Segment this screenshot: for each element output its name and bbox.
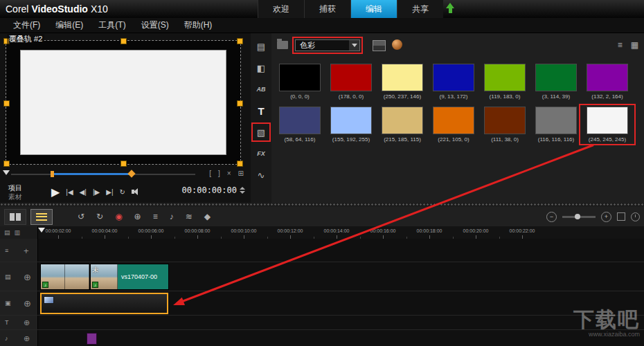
overlay-track-button[interactable]: ⊕	[24, 298, 31, 309]
volume-icon[interactable]	[132, 188, 141, 196]
tab-share[interactable]: 共享	[397, 0, 443, 18]
mark-out-button[interactable]: ]	[218, 170, 220, 177]
selection-handle[interactable]	[237, 161, 243, 167]
end-button[interactable]: ▶|	[106, 188, 113, 196]
mode-project-label[interactable]: 项目	[8, 183, 22, 192]
trim-bar: []×⊞	[0, 169, 251, 179]
split-clip-button[interactable]: ×	[227, 170, 231, 177]
undo-button[interactable]: ↺	[78, 212, 84, 221]
ruler-timecode: 00:00:14:00	[324, 228, 350, 233]
filter-icon[interactable]: FX	[253, 145, 269, 162]
color-swatch[interactable]: (178, 0, 0)	[325, 64, 377, 100]
track-list-icon[interactable]: ▤	[4, 229, 10, 236]
selection-handle[interactable]	[120, 38, 127, 44]
playhead-marker[interactable]	[38, 228, 45, 233]
color-swatch[interactable]: (119, 183, 0)	[479, 64, 530, 100]
sound-mixer-button[interactable]: ≡	[153, 212, 158, 221]
video-track-button[interactable]: ⊕	[24, 271, 31, 282]
zoom-slider-knob[interactable]	[575, 214, 580, 219]
mark-in-button[interactable]: [	[209, 170, 211, 177]
trim-end-handle[interactable]	[127, 170, 135, 177]
fit-timeline-icon[interactable]	[617, 212, 625, 221]
timecode-stepper[interactable]	[240, 187, 245, 194]
video-clip-1[interactable]: ♪	[40, 264, 90, 290]
motion-path-icon[interactable]: ∿	[253, 167, 269, 183]
record-capture-button[interactable]: ◉	[115, 212, 122, 221]
overlay-color-clip-selected[interactable]	[40, 293, 168, 314]
menu-edit[interactable]: 编辑(E)	[49, 18, 89, 33]
scrub-marker-icon[interactable]	[3, 170, 10, 175]
color-swatch[interactable]: (58, 64, 116)	[274, 107, 325, 143]
color-swatch[interactable]: (0, 0, 0)	[274, 64, 325, 100]
title-icon[interactable]: T	[253, 102, 269, 119]
transition-icon[interactable]: ◧	[253, 60, 269, 76]
media-icon[interactable]: ▤	[253, 38, 269, 55]
chapter-button[interactable]: ◆	[204, 212, 211, 221]
color-swatch[interactable]: (3, 114, 39)	[530, 64, 582, 100]
tab-edit[interactable]: 编辑	[350, 0, 397, 18]
subtitle-icon[interactable]: AB	[253, 81, 269, 98]
track-motion-button[interactable]: ⊕	[134, 212, 141, 221]
color-swatch[interactable]: (116, 116, 116)	[530, 107, 582, 143]
timeline-view-button[interactable]	[30, 209, 53, 225]
color-swatch[interactable]: (221, 105, 0)	[428, 107, 479, 143]
title-track-button[interactable]: ⊕	[24, 318, 30, 327]
selection-handle[interactable]	[3, 100, 10, 107]
track-manager-icon[interactable]: ≡	[5, 247, 8, 254]
selection-handle[interactable]	[237, 38, 243, 44]
duration-clock-icon[interactable]	[631, 212, 640, 221]
next-frame-button[interactable]: |▶	[93, 188, 100, 196]
selection-handle[interactable]	[3, 161, 10, 167]
play-button[interactable]: ▶	[51, 185, 60, 199]
graphic-icon[interactable]: ▧	[253, 124, 269, 140]
clip-audio-icon: ♪	[42, 282, 48, 288]
home-button[interactable]: |◀	[66, 188, 73, 196]
music-track-button[interactable]: ⊕	[24, 334, 30, 343]
audio-clip[interactable]	[87, 333, 97, 345]
menu-tools[interactable]: 工具(T)	[92, 18, 132, 33]
selection-handle[interactable]	[237, 100, 243, 107]
track-view-icon[interactable]: ▥	[15, 229, 21, 236]
speed-button[interactable]: ≋	[186, 212, 193, 221]
timeline-ruler[interactable]: 00:00:02:0000:00:04:0000:00:06:0000:00:0…	[38, 226, 644, 239]
gallery-icon[interactable]	[373, 40, 386, 51]
tab-welcome[interactable]: 欢迎	[258, 0, 304, 18]
color-swatch[interactable]: (245, 245, 245)	[582, 107, 633, 143]
zoom-slider[interactable]	[562, 216, 596, 218]
sphere-color-icon[interactable]	[392, 39, 402, 50]
ruler-header: ▤ ▥	[0, 226, 38, 239]
folder-icon[interactable]	[277, 41, 288, 49]
color-swatch[interactable]: (155, 192, 255)	[325, 107, 377, 143]
gallery-category-dropdown[interactable]: 色彩	[295, 39, 360, 51]
thumbnail-view-icon[interactable]: ▦	[631, 40, 638, 50]
selection-handle[interactable]	[120, 161, 127, 167]
watermark-url: www.xiazaiba.com	[573, 331, 640, 338]
storyboard-view-button[interactable]	[4, 209, 26, 225]
color-swatch[interactable]: (132, 2, 164)	[582, 64, 633, 100]
redo-button[interactable]: ↻	[96, 212, 103, 221]
timecode-display[interactable]: 00:00:00:00	[182, 185, 237, 195]
prev-frame-button[interactable]: ◀|	[80, 188, 87, 196]
menu-help[interactable]: 帮助(H)	[178, 18, 219, 33]
color-swatch[interactable]: (9, 13, 172)	[428, 64, 479, 100]
library-options-icon[interactable]: ≡	[618, 40, 623, 50]
color-swatch[interactable]: (250, 237, 146)	[377, 64, 428, 100]
menu-file[interactable]: 文件(F)	[7, 18, 46, 33]
zoom-in-icon[interactable]: +	[601, 212, 611, 222]
color-swatch[interactable]: (215, 185, 115)	[377, 107, 428, 143]
add-track-icon[interactable]: +	[24, 245, 29, 255]
video-clip-2[interactable]: 未 ♪ vs170407-00	[90, 264, 169, 290]
trim-selection[interactable]	[54, 173, 132, 175]
transport-controls: ▶|◀◀||▶▶|↻	[51, 183, 141, 201]
tab-capture[interactable]: 捕获	[304, 0, 350, 18]
menu-settings[interactable]: 设置(S)	[135, 18, 175, 33]
color-swatch[interactable]: (111, 38, 0)	[479, 107, 530, 143]
auto-music-button[interactable]: ♪	[170, 212, 174, 221]
zoom-out-icon[interactable]: −	[546, 212, 557, 222]
mode-clip-label[interactable]: 素材	[8, 192, 22, 201]
preview-canvas[interactable]	[20, 50, 226, 155]
enlarge-preview-button[interactable]: ⊞	[238, 170, 244, 177]
trim-start-handle[interactable]	[51, 171, 54, 177]
upgrade-arrow-icon[interactable]	[446, 3, 455, 15]
repeat-button[interactable]: ↻	[120, 188, 125, 196]
